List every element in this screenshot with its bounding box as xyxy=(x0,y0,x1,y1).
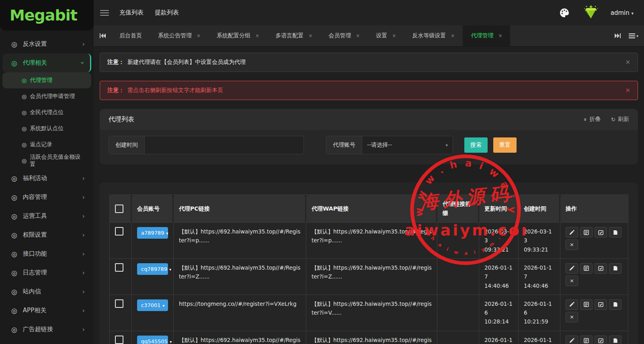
edit-button[interactable] xyxy=(566,299,578,310)
sidebar-item[interactable]: ◎ 接口功能 xyxy=(2,244,91,263)
col-link-prefix: 代理链接前缀 xyxy=(437,195,479,223)
account-name: qq545505 xyxy=(141,338,168,344)
notice-prefix: 注意： xyxy=(107,59,124,66)
hamburger-icon[interactable] xyxy=(100,8,109,17)
sidebar-item[interactable]: ◎ APP相关 xyxy=(2,301,91,320)
sidebar-item[interactable]: ◎ 系统默认点位 xyxy=(2,121,91,137)
reset-button[interactable]: 重置 xyxy=(493,137,517,153)
sidebar-item[interactable]: ◎ 广告超链接 xyxy=(2,320,91,339)
edit-button[interactable] xyxy=(566,336,578,344)
sidebar-item[interactable]: ◎ 反水设置 xyxy=(2,35,91,53)
sidebar-item[interactable]: ◎ 日志管理 xyxy=(2,263,91,282)
sidebar-item[interactable]: ◎ 运营工具 xyxy=(2,207,91,225)
delete-button[interactable]: × xyxy=(566,276,578,286)
create-time-input[interactable] xyxy=(145,136,304,154)
file-copy-button[interactable] xyxy=(609,299,621,310)
tab[interactable]: 反水等级设置 × xyxy=(404,25,463,46)
tabs-menu-icon[interactable]: ▾ xyxy=(629,33,638,39)
tab[interactable]: 代理管理 × xyxy=(463,25,510,46)
collapse-button[interactable]: » 折叠 xyxy=(584,116,601,123)
ring-icon: ◎ xyxy=(11,174,17,182)
agent-account-select[interactable]: --请选择-- ▾ xyxy=(362,136,453,154)
theme-palette-icon[interactable] xyxy=(559,8,570,18)
clipboard-check-button[interactable] xyxy=(595,299,607,310)
topbar-link-withdraw[interactable]: 提款列表 xyxy=(155,9,179,16)
sidebar-item[interactable]: ◎ 代理相关 xyxy=(2,53,91,72)
ring-icon: ◎ xyxy=(11,269,17,277)
close-icon[interactable]: × xyxy=(451,33,455,39)
select-all-checkbox[interactable] xyxy=(115,205,123,213)
sidebar-item[interactable]: ◎ 权限设置 xyxy=(2,225,91,244)
update-date: 2026-01-17 xyxy=(484,263,513,281)
tabs-scroll-left-icon[interactable] xyxy=(94,25,111,46)
delete-button[interactable]: × xyxy=(566,240,578,250)
tab[interactable]: 会员管理 × xyxy=(320,25,368,46)
row-checkbox[interactable] xyxy=(115,227,123,235)
close-icon[interactable]: × xyxy=(255,33,259,39)
close-icon[interactable]: ✕ xyxy=(625,87,630,94)
file-copy-button[interactable] xyxy=(609,263,621,274)
detail-list-button[interactable] xyxy=(580,263,593,274)
detail-list-button[interactable] xyxy=(580,299,593,310)
logo-box[interactable]: Megabit xyxy=(0,0,94,31)
account-dropdown-button[interactable]: c37001▾ xyxy=(137,299,168,311)
user-menu[interactable]: admin ▾ xyxy=(611,9,634,16)
account-dropdown-button[interactable]: a789789▾ xyxy=(137,227,168,239)
sidebar-item[interactable]: ◎ 会员代理申请管理 xyxy=(2,88,91,104)
tab[interactable]: 多语言配置 × xyxy=(267,25,320,46)
row-checkbox[interactable] xyxy=(115,299,123,308)
detail-list-button[interactable] xyxy=(580,227,593,238)
topbar-link-recharge[interactable]: 充值列表 xyxy=(119,9,144,16)
agent-admin-page: Megabit ◎ 反水设置 ◎ 代理相关 ◎ 代理管理 xyxy=(0,0,644,344)
wap-link: 【默认】https://692.haiwaiym35.top//#/regist… xyxy=(312,227,432,245)
close-icon[interactable]: × xyxy=(498,33,502,39)
sidebar-item[interactable]: ◎ 站内信 xyxy=(2,282,91,301)
account-dropdown-button[interactable]: cq789789▾ xyxy=(137,263,168,275)
tabs-scroll-right-icon[interactable] xyxy=(615,33,621,38)
collapse-label: 折叠 xyxy=(589,116,601,123)
gem-icon[interactable] xyxy=(582,5,600,21)
table-row: cq789789▾ 【默认】https://692.haiwaiym35.top… xyxy=(110,259,628,295)
col-actions: 操作 xyxy=(560,195,628,223)
sidebar-item[interactable]: ◎ 内容管理 xyxy=(2,188,91,207)
sidebar-item[interactable]: ◎ 福利活动 xyxy=(2,169,91,188)
edit-button[interactable] xyxy=(566,227,578,238)
row-checkbox[interactable] xyxy=(115,336,123,344)
sidebar-item[interactable]: ◎ 返点记录 xyxy=(2,137,91,153)
tab[interactable]: 系统配置分组 × xyxy=(209,25,267,46)
sidebar-item-label: 站内信 xyxy=(23,288,82,295)
chevron-icon xyxy=(81,59,84,67)
clipboard-check-button[interactable] xyxy=(595,263,607,274)
agent-account-group: 代理账号 --请选择-- ▾ xyxy=(326,136,453,154)
close-icon[interactable]: ✕ xyxy=(625,59,630,66)
notice-error: 注意： 需点击右侧刷新按钮文字才能刷新本页 ✕ xyxy=(100,81,638,100)
edit-button[interactable] xyxy=(566,263,578,274)
search-button[interactable]: 搜索 xyxy=(464,137,488,153)
close-icon[interactable]: × xyxy=(356,33,360,39)
delete-button[interactable]: × xyxy=(566,312,578,322)
sidebar-item[interactable]: ◎ 代理管理 xyxy=(2,72,91,88)
detail-list-button[interactable] xyxy=(580,336,593,344)
tab[interactable]: 系统公告管理 × xyxy=(150,25,209,46)
file-copy-button[interactable] xyxy=(609,227,621,238)
sidebar-item[interactable]: ◎ 全民代理点位 xyxy=(2,104,91,121)
close-icon[interactable]: × xyxy=(392,33,396,39)
tab-label: 后台首页 xyxy=(119,32,142,39)
sidebar-item[interactable]: ◎ 活跃会员充值金额设置 xyxy=(2,153,91,169)
clipboard-check-button[interactable] xyxy=(595,336,607,344)
tab[interactable]: 设置 × xyxy=(368,25,404,46)
account-dropdown-button[interactable]: qq545505▾ xyxy=(137,336,168,344)
close-icon[interactable]: × xyxy=(308,33,312,39)
close-icon[interactable]: × xyxy=(197,33,201,39)
username: admin xyxy=(611,9,630,16)
clipboard-check-button[interactable] xyxy=(595,227,607,238)
ring-icon: ◎ xyxy=(22,93,27,100)
table-header-row: 会员账号 代理PC链接 代理WAP链接 代理链接前缀 更新时间 创建时间 操作 xyxy=(110,195,628,223)
sidebar-item-label: 广告超链接 xyxy=(23,326,82,333)
file-copy-button[interactable] xyxy=(609,336,621,344)
row-checkbox[interactable] xyxy=(115,263,123,272)
refresh-button[interactable]: ↻ 刷新 xyxy=(611,116,629,123)
caret-down-icon: ▾ xyxy=(631,11,634,16)
tab[interactable]: 后台首页 × xyxy=(111,25,150,46)
search-bar: 创建时间 代理账号 --请选择-- ▾ 搜索 重置 xyxy=(100,130,638,164)
